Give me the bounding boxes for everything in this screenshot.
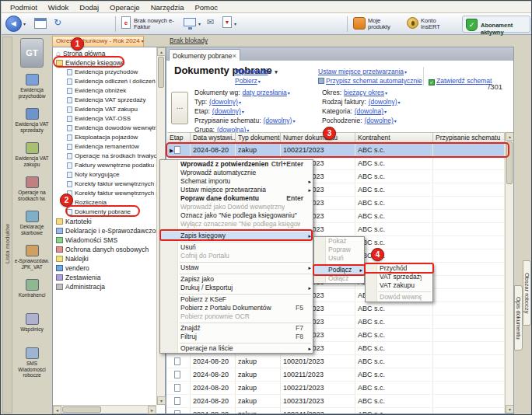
- context-menu-item[interactable]: Ustaw: [160, 263, 313, 272]
- tree-horizontal-scrollbar[interactable]: ◂ ▸: [53, 405, 156, 413]
- menubar-item[interactable]: Operacje: [104, 3, 145, 12]
- menubar-item[interactable]: Narzędzia: [145, 3, 190, 12]
- tree-item[interactable]: Operacje na środkach trwałych: [56, 152, 156, 161]
- context-menu-item[interactable]: Popraw dane dokumentu Enter: [160, 194, 313, 203]
- menubar-item[interactable]: Widok: [43, 3, 74, 12]
- scrollbar-thumb[interactable]: [62, 406, 101, 413]
- tree-item[interactable]: vendero: [56, 263, 156, 273]
- monitor-icon[interactable]: [184, 18, 196, 26]
- konto-insert-label[interactable]: Konto InsERT: [421, 18, 452, 30]
- tree-item[interactable]: Ochrona danych osobowych: [56, 245, 156, 254]
- filter-value[interactable]: bieżący okres▾: [344, 89, 387, 96]
- filter-value[interactable]: (dowolna)▾: [355, 107, 387, 115]
- scroll-up-button[interactable]: ▴: [157, 47, 166, 56]
- back-button[interactable]: ◄: [5, 16, 22, 32]
- filter-value[interactable]: daty przesłania▾: [243, 89, 290, 96]
- tree-item[interactable]: Noty korygujące: [56, 170, 156, 180]
- side-tab-opis-dokumentu[interactable]: Opis dokumentu: [514, 285, 523, 350]
- table-row[interactable]: ▶ 2024-08-20 zakup 100221/2023 ABC s.c.: [167, 144, 505, 157]
- scroll-left-button[interactable]: ◂: [53, 406, 61, 414]
- table-row[interactable]: ▶ 2024-08-20 zakup 100221/2023 ABC s.c.: [167, 382, 505, 395]
- column-header-typ[interactable]: Typ dokumentu: [236, 133, 281, 143]
- context-menu-item[interactable]: Zapis księgowy: [160, 232, 313, 240]
- filter-value[interactable]: (dowolny)▾: [264, 117, 296, 124]
- table-row[interactable]: ▶ 2024-08-20 zakup 100211/2023 ABC s.c.: [167, 368, 505, 382]
- tree-item[interactable]: Ewidencja VAT zakupu: [56, 105, 156, 114]
- filter-value[interactable]: (dowolny)▾: [209, 98, 241, 106]
- tree-item[interactable]: Ewidencja VAT-OSS: [56, 114, 156, 124]
- scroll-up-button[interactable]: ▴: [506, 132, 514, 141]
- back-dropdown-caret[interactable]: ▾: [23, 21, 26, 26]
- context-menu-item[interactable]: Pobierz z Portalu Dokumentów F5: [160, 304, 313, 312]
- scroll-down-button[interactable]: ▾: [506, 405, 514, 413]
- period-tab[interactable]: Okres rachunkowy - Rok 2024 ▾: [52, 36, 144, 47]
- tree-item[interactable]: Ewidencja przychodów: [56, 68, 156, 77]
- module-item[interactable]: Deklaracje skarbowe: [12, 208, 51, 242]
- tab-dokumenty-pobrane[interactable]: Dokumenty pobrane ×: [169, 49, 240, 61]
- document-export-icon[interactable]: ▼: [222, 16, 232, 28]
- column-header-etap[interactable]: Etap: [167, 133, 191, 143]
- tree-item[interactable]: Ewidencja odliczeń i doliczeń: [56, 77, 156, 86]
- column-header-numer[interactable]: Numer dokumentu: [281, 133, 355, 143]
- module-list-collapsed-bar[interactable]: Lista modułów: [2, 37, 12, 413]
- module-item[interactable]: Kontrahenci: [12, 277, 51, 311]
- menubar-item[interactable]: Pomoc: [189, 3, 223, 12]
- table-row[interactable]: ▶ 2024-08-20 zakup 100201/2023 ABC s.c.: [167, 355, 505, 368]
- menubar-item[interactable]: Dodaj: [74, 3, 104, 12]
- tree-item[interactable]: Faktury wewnętrzne podatku nale: [56, 161, 156, 170]
- abonament-chip[interactable]: ✓ Abonament aktywny: [462, 16, 530, 33]
- context-menu-item[interactable]: Wprowadź z potwierdzeniem Ctrl+Enter: [160, 160, 313, 169]
- submenu-item[interactable]: VAT sprzedaży: [366, 273, 432, 281]
- pobierz-link[interactable]: Pobierz▾: [235, 77, 261, 85]
- efaktura-icon[interactable]: e: [121, 16, 131, 29]
- tree-item[interactable]: Dokumenty pobrane: [56, 208, 156, 217]
- tree-item[interactable]: Korekty faktur wewnętrznych poc: [56, 189, 156, 198]
- tree-item[interactable]: Korekty faktur wewnętrznych pod: [56, 180, 156, 189]
- context-menu-item[interactable]: Schemat importu: [160, 177, 313, 186]
- side-tab-obszar-roboczy[interactable]: Obszar roboczy: [523, 260, 531, 326]
- filter-value[interactable]: (dowolne)▾: [365, 117, 397, 124]
- context-menu-item[interactable]: Operacje na liście: [160, 344, 313, 353]
- key-icon[interactable]: [407, 17, 418, 29]
- tree-item[interactable]: Rozliczenia: [56, 198, 156, 208]
- monitor-dropdown-caret[interactable]: ▾: [198, 21, 201, 26]
- wprowadz-link[interactable]: Wprowadź▾: [235, 68, 271, 75]
- module-item[interactable]: Wspólnicy: [12, 311, 51, 345]
- tree-item[interactable]: Ewidencja dowodów wewnętrznych: [56, 124, 156, 133]
- column-header-kontrahent[interactable]: Kontrahent: [355, 133, 433, 143]
- module-item[interactable]: Ewidencja VAT zakupu: [12, 140, 51, 174]
- table-row[interactable]: ▶ 2024-08-20 zakup 100231/2023 ABC s.c.: [167, 395, 505, 408]
- tree-item[interactable]: Naklejki: [56, 254, 156, 263]
- tree-item[interactable]: Deklaracje i e-Sprawozdawczość: [56, 226, 156, 235]
- context-menu-item[interactable]: Pobierz z KSeF: [160, 295, 313, 304]
- context-menu-item[interactable]: Oznacz jako "Nie podlega księgowaniu": [160, 211, 313, 220]
- context-menu-item[interactable]: Wprowadź automatycznie: [160, 169, 313, 177]
- moje-produkty-icon[interactable]: [353, 17, 366, 30]
- window-layout-icon[interactable]: [34, 18, 47, 29]
- module-item[interactable]: SMS Wiadomości robocze: [12, 345, 51, 379]
- module-item[interactable]: Ewidencja przychodów: [12, 71, 51, 106]
- submenu-item[interactable]: Przychód: [366, 264, 432, 273]
- moje-produkty-label[interactable]: Moje produkty: [368, 18, 404, 30]
- tree-item-home[interactable]: ⌂ Strona główna: [56, 49, 156, 58]
- context-menu-item[interactable]: Zapisz jako: [160, 275, 313, 284]
- context-menu-item[interactable]: Znajdź F7: [160, 324, 313, 333]
- tree-item-ewidencje-ksiegowe[interactable]: Ewidencje księgowe: [56, 58, 156, 68]
- table-vertical-scrollbar[interactable]: ▴ ▾: [505, 132, 513, 413]
- context-menu-item[interactable]: Ustaw miejsce przetwarzania: [160, 186, 313, 194]
- document-dropdown-caret[interactable]: ▾: [234, 21, 236, 26]
- column-header-data[interactable]: Data wystawi...: [191, 133, 236, 143]
- column-header-schemat[interactable]: Przypisanie schematu: [433, 133, 505, 143]
- tree-item[interactable]: Administracja: [56, 282, 156, 291]
- table-row[interactable]: ▶ 2024-08-20 zakup 100241/2023 ABC s.c.: [167, 408, 505, 413]
- tree-item[interactable]: Ewidencja VAT sprzedaży: [56, 96, 156, 105]
- tree-item[interactable]: Ewidencja obniżek: [56, 86, 156, 96]
- submenu-item[interactable]: Podłącz: [314, 266, 364, 274]
- filter-options-button[interactable]: ...: [171, 92, 188, 124]
- zatwierdz-schemat-link[interactable]: ✓Zatwierdź schemat: [429, 77, 492, 85]
- envelope-icon[interactable]: ✉: [207, 17, 214, 27]
- module-item[interactable]: Ewidencja VAT sprzedaży: [12, 106, 51, 140]
- tree-item[interactable]: Eksploatacja pojazdów: [56, 133, 156, 142]
- context-menu-item[interactable]: Drukuj / Eksportuj: [160, 284, 313, 292]
- module-item[interactable]: e-Sprawozdaw. JPK_VAT: [12, 242, 51, 277]
